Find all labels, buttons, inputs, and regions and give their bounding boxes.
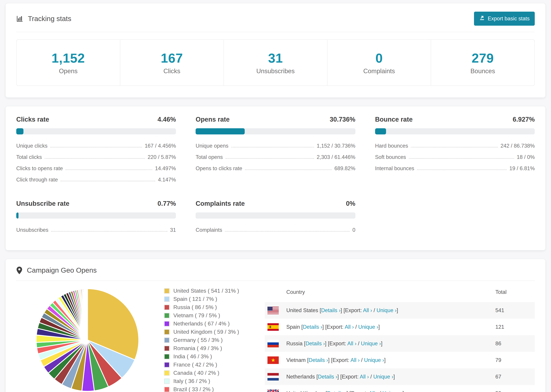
legend-label: France ( 42 / 2% ) (173, 362, 217, 368)
rate-value: 4.46% (158, 116, 176, 123)
details-link[interactable]: Details › (327, 390, 346, 392)
export-unique-link[interactable]: Unique › (358, 324, 378, 330)
table-row-us: United States [Details ›] [Export: All ›… (265, 302, 535, 319)
total-cell: 67 (495, 374, 535, 380)
export-unique-link[interactable]: Unique › (373, 374, 393, 380)
export-all-link[interactable]: All › (350, 357, 360, 363)
col-total: Total (495, 289, 535, 295)
export-unique-link[interactable]: Unique › (361, 341, 381, 347)
legend-item-vietnam[interactable]: Vietnam ( 79 / 5% ) (164, 312, 239, 319)
legend-swatch (164, 313, 170, 318)
stat-value: 167 (161, 51, 183, 65)
total-cell: 79 (495, 357, 535, 363)
legend-label: Germany ( 55 / 3% ) (173, 337, 223, 343)
geo-content: United States ( 541 / 31% ) Spain ( 121 … (16, 281, 535, 392)
legend-item-france[interactable]: France ( 42 / 2% ) (164, 362, 239, 368)
legend-item-netherlands[interactable]: Netherlands ( 67 / 4% ) (164, 321, 239, 327)
rate-row: Unsubscribes 31 (16, 224, 176, 236)
legend-item-russia[interactable]: Russia ( 86 / 5% ) (164, 304, 239, 310)
dotted-leader (245, 169, 332, 170)
rate-title: Bounce rate (375, 116, 413, 123)
legend-item-germany[interactable]: Germany ( 55 / 3% ) (164, 337, 239, 343)
legend-swatch (164, 296, 170, 302)
legend-item-united-states[interactable]: United States ( 541 / 31% ) (164, 288, 239, 294)
export-all-link[interactable]: All › (363, 307, 372, 313)
flag-gb (268, 390, 279, 392)
table-row-nl: Netherlands [Details ›] [Export: All › /… (265, 368, 535, 385)
details-link[interactable]: Details › (321, 307, 341, 313)
table-row-ru: Russia [Details ›] [Export: All › / Uniq… (265, 335, 535, 352)
map-pin-icon (16, 267, 22, 274)
rates-grid: Clicks rate 4.46% Unique clicks 167 / 4.… (16, 116, 535, 236)
col-country: Country (286, 289, 495, 295)
legend-item-spain[interactable]: Spain ( 121 / 7% ) (164, 296, 239, 302)
rate-row: Hard bounces 242 / 86.738% (375, 140, 535, 152)
stat-value: 0 (375, 51, 383, 65)
geo-title: Campaign Geo Opens (27, 266, 97, 274)
progress-bar (375, 128, 535, 134)
rate-row: Complaints 0 (196, 224, 355, 236)
rate-row: Unique opens 1,152 / 30.736% (196, 140, 355, 152)
total-cell: 59 (495, 390, 535, 392)
rate-block: Unsubscribe rate 0.77% Unsubscribes 31 (16, 200, 176, 236)
legend-item-romania[interactable]: Romania ( 49 / 3% ) (164, 345, 239, 351)
stat-label: Opens (59, 68, 78, 75)
export-all-link[interactable]: All › (369, 390, 378, 392)
stat-value: 1,152 (51, 51, 85, 65)
export-unique-link[interactable]: Unique › (382, 390, 403, 392)
legend-label: Spain ( 121 / 7% ) (173, 296, 217, 302)
dotted-leader (50, 147, 142, 147)
pie-legend: United States ( 541 / 31% ) Spain ( 121 … (164, 288, 239, 392)
country-cell: Russia [Details ›] [Export: All › / Uniq… (286, 341, 495, 347)
rate-block: Bounce rate 6.927% Hard bounces 242 / 86… (375, 116, 535, 185)
progress-bar (16, 128, 176, 134)
table-row-gb: United Kingdom [Details ›] [Export: All … (265, 385, 535, 392)
legend-swatch (164, 346, 170, 351)
rate-block: Complaints rate 0% Complaints 0 (196, 200, 355, 236)
details-link[interactable]: Details › (309, 357, 328, 363)
rate-value: 6.927% (513, 116, 535, 123)
legend-item-brazil[interactable]: Brazil ( 33 / 2% ) (164, 386, 239, 392)
export-all-link[interactable]: All › (360, 374, 369, 380)
geo-pie-chart (33, 285, 142, 392)
export-all-link[interactable]: All › (345, 324, 354, 330)
rate-row: Internal bounces 19 / 6.81% (375, 163, 535, 174)
details-link[interactable]: Details › (305, 341, 325, 347)
rate-title: Complaints rate (196, 200, 245, 207)
legend-swatch (164, 321, 170, 327)
stat-value: 279 (472, 51, 494, 65)
geo-header: Campaign Geo Opens (16, 266, 535, 281)
tracking-stats-title: Tracking stats (16, 15, 71, 23)
tracking-stats-card: Tracking stats Export basic stats 1,152 … (6, 3, 545, 98)
tracking-stats-header: Tracking stats Export basic stats (16, 12, 535, 32)
export-basic-stats-button[interactable]: Export basic stats (474, 12, 535, 26)
page-title: Tracking stats (28, 15, 71, 23)
legend-item-india[interactable]: India ( 46 / 3% ) (164, 353, 239, 360)
country-cell: United Kingdom [Details ›] [Export: All … (286, 390, 495, 392)
details-link[interactable]: Details › (303, 324, 322, 330)
flag-nl (268, 373, 279, 381)
stat-label: Complaints (363, 68, 395, 75)
flag-us (268, 307, 279, 314)
stats-row: 1,152 Opens167 Clicks31 Unsubscribes0 Co… (16, 39, 535, 86)
stat-box-complaints: 0 Complaints (327, 39, 431, 86)
legend-item-italy[interactable]: Italy ( 36 / 2% ) (164, 378, 239, 384)
rate-row: Opens to clicks rate 689.82% (196, 163, 355, 174)
pie-slice-other-32[interactable] (87, 289, 87, 340)
legend-swatch (164, 288, 170, 294)
dotted-leader (45, 158, 145, 159)
legend-label: Italy ( 36 / 2% ) (173, 378, 210, 384)
total-cell: 121 (495, 324, 535, 330)
stat-label: Unsubscribes (256, 68, 295, 75)
export-unique-link[interactable]: Unique › (376, 307, 396, 313)
details-link[interactable]: Details › (318, 374, 338, 380)
progress-bar (16, 212, 176, 219)
stat-value: 31 (268, 51, 283, 65)
export-all-link[interactable]: All › (347, 341, 356, 347)
legend-swatch (164, 329, 170, 335)
progress-bar (196, 128, 355, 134)
legend-item-canada[interactable]: Canada ( 40 / 2% ) (164, 370, 239, 376)
export-unique-link[interactable]: Unique › (364, 357, 384, 363)
legend-item-united-kingdom[interactable]: United Kingdom ( 59 / 3% ) (164, 329, 239, 335)
geo-table-header: Country Total (265, 283, 535, 302)
